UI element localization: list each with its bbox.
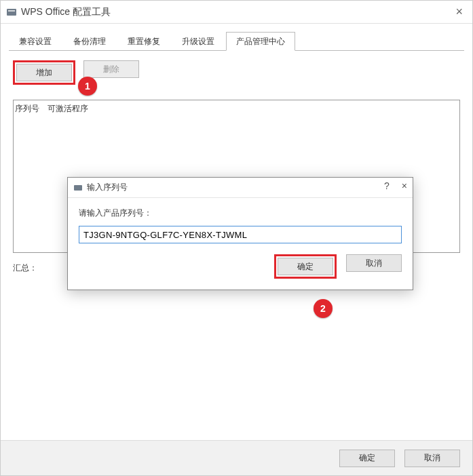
tab-upgrade[interactable]: 升级设置 <box>172 32 225 51</box>
modal-controls: ? × <box>384 180 407 191</box>
modal-body: 请输入产品序列号： 确定 取消 <box>68 198 413 290</box>
svg-rect-0 <box>7 9 16 16</box>
main-ok-button[interactable]: 确定 <box>339 450 395 467</box>
modal-titlebar: 输入序列号 ? × <box>68 178 413 198</box>
modal-close-icon[interactable]: × <box>402 180 407 191</box>
help-icon[interactable]: ? <box>384 180 390 191</box>
main-window: WPS Office 配置工具 × 兼容设置 备份清理 重置修复 升级设置 产品… <box>0 0 473 476</box>
tab-product-center[interactable]: 产品管理中心 <box>226 32 295 51</box>
annotation-marker-1: 1 <box>78 77 97 96</box>
column-serial: 序列号 <box>15 103 48 115</box>
modal-icon <box>73 183 83 193</box>
svg-rect-2 <box>74 185 82 191</box>
tab-bar: 兼容设置 备份清理 重置修复 升级设置 产品管理中心 <box>9 32 464 51</box>
window-title: WPS Office 配置工具 <box>21 6 111 18</box>
close-icon[interactable]: × <box>455 5 463 19</box>
svg-rect-1 <box>8 10 15 12</box>
tab-compat[interactable]: 兼容设置 <box>9 32 62 51</box>
column-activatable: 可激活程序 <box>48 103 458 115</box>
highlight-ok: 确定 <box>274 254 337 279</box>
serial-input-dialog: 输入序列号 ? × 请输入产品序列号： 确定 取消 <box>67 177 413 290</box>
footer: 确定 取消 <box>1 440 472 475</box>
app-icon <box>6 7 17 18</box>
list-header: 序列号 可激活程序 <box>14 100 459 118</box>
annotation-marker-2: 2 <box>314 299 333 318</box>
toolbar: 增加 删除 1 <box>13 60 460 85</box>
modal-ok-button[interactable]: 确定 <box>278 258 333 275</box>
modal-cancel-button[interactable]: 取消 <box>346 254 402 272</box>
tab-reset[interactable]: 重置修复 <box>117 32 170 51</box>
modal-buttons: 确定 取消 <box>79 254 402 279</box>
titlebar: WPS Office 配置工具 × <box>1 1 472 24</box>
modal-title: 输入序列号 <box>87 182 128 193</box>
delete-button: 删除 <box>83 60 139 78</box>
main-cancel-button[interactable]: 取消 <box>404 450 460 467</box>
serial-input[interactable] <box>79 226 402 243</box>
serial-prompt: 请输入产品序列号： <box>79 207 402 219</box>
add-button[interactable]: 增加 <box>16 64 72 81</box>
tab-backup[interactable]: 备份清理 <box>63 32 116 51</box>
highlight-add: 增加 <box>13 60 75 85</box>
